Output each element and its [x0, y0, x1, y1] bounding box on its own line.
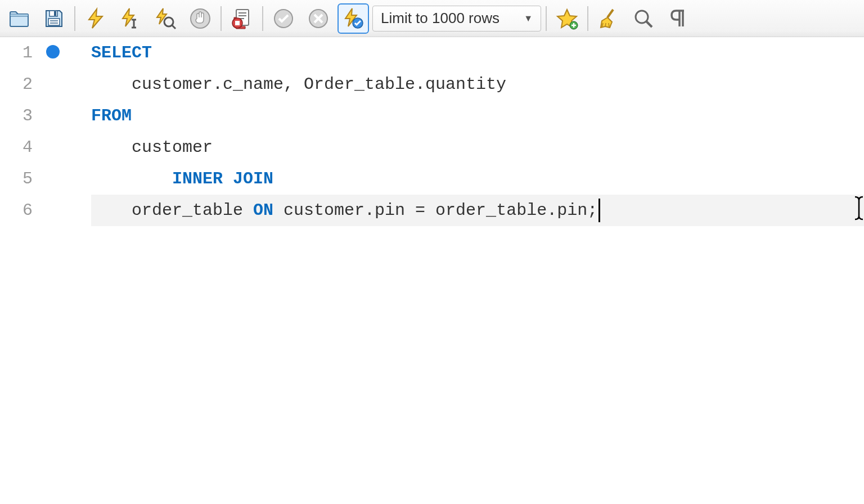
lightning-check-icon: [342, 7, 364, 30]
explain-button[interactable]: [150, 3, 181, 34]
folder-icon: [8, 7, 30, 30]
x-circle-icon: [307, 7, 330, 30]
beautify-button[interactable]: [593, 3, 624, 34]
toolbar-separator: [587, 6, 588, 31]
svg-point-9: [164, 17, 173, 26]
stop-script-button[interactable]: [226, 3, 258, 34]
open-file-button[interactable]: [3, 3, 35, 34]
chevron-down-icon: ▼: [524, 14, 533, 24]
code-area[interactable]: SELECT customer.c_name, Order_table.quan…: [91, 37, 864, 504]
svg-line-29: [608, 10, 613, 17]
svg-line-31: [605, 23, 606, 27]
statement-marker-icon: [46, 45, 60, 58]
code-line[interactable]: customer: [91, 132, 864, 163]
row-limit-select[interactable]: Limit to 1000 rows ▼: [372, 6, 541, 32]
pilcrow-icon: [667, 7, 690, 30]
svg-point-33: [636, 11, 648, 23]
line-number: 3: [0, 100, 33, 132]
keyword: FROM: [91, 106, 132, 125]
code-text: customer.pin = order_table.pin;: [273, 201, 597, 220]
code-line[interactable]: INNER JOIN: [91, 163, 864, 195]
svg-rect-0: [10, 14, 28, 16]
code-line[interactable]: customer.c_name, Order_table.quantity: [91, 69, 864, 100]
line-number: 5: [0, 163, 33, 195]
code-line[interactable]: SELECT: [91, 37, 864, 69]
svg-line-34: [646, 21, 652, 27]
lightning-cursor-icon: [119, 7, 142, 30]
commit-button[interactable]: [268, 3, 299, 34]
lightning-search-icon: [154, 7, 177, 30]
keyword: ON: [253, 201, 273, 220]
toolbar: Limit to 1000 rows ▼: [0, 0, 864, 37]
autocommit-toggle-button[interactable]: [338, 3, 369, 34]
code-text: customer.c_name, Order_table.quantity: [91, 75, 506, 94]
save-button[interactable]: [38, 3, 70, 34]
favorites-button[interactable]: [551, 3, 583, 34]
whitespace-toggle-button[interactable]: [663, 3, 694, 34]
svg-rect-18: [235, 21, 240, 25]
line-number: 1: [0, 37, 33, 69]
sql-editor[interactable]: 1 2 3 4 5 6 SELECT customer.c_name, Orde…: [0, 37, 864, 504]
line-number: 2: [0, 69, 33, 100]
code-line[interactable]: order_table ON customer.pin = order_tabl…: [91, 195, 864, 226]
script-stop-icon: [231, 7, 253, 30]
toolbar-separator: [74, 6, 75, 31]
line-number-gutter: 1 2 3 4 5 6: [0, 37, 40, 504]
svg-rect-3: [48, 19, 60, 25]
line-number: 6: [0, 195, 33, 226]
find-button[interactable]: [628, 3, 659, 34]
code-text: customer: [91, 138, 213, 157]
row-limit-label: Limit to 1000 rows: [381, 10, 500, 27]
search-icon: [632, 7, 655, 30]
rollback-button[interactable]: [303, 3, 334, 34]
svg-marker-7: [123, 8, 134, 26]
keyword: INNER JOIN: [91, 169, 273, 188]
mouse-ibeam-cursor-icon: [854, 196, 864, 228]
code-text: order_table: [91, 201, 253, 220]
toolbar-separator: [262, 6, 263, 31]
star-add-icon: [556, 7, 578, 30]
code-line[interactable]: FROM: [91, 100, 864, 132]
svg-line-32: [609, 23, 609, 27]
execute-button[interactable]: [80, 3, 111, 34]
broom-icon: [597, 7, 620, 30]
line-number: 4: [0, 132, 33, 163]
toolbar-separator: [220, 6, 222, 31]
keyword: SELECT: [91, 43, 152, 62]
stop-button[interactable]: [184, 3, 216, 34]
execute-current-button[interactable]: [115, 3, 146, 34]
svg-rect-2: [54, 11, 56, 16]
stop-hand-icon: [189, 7, 212, 30]
svg-line-10: [172, 25, 176, 29]
check-circle-icon: [272, 7, 295, 30]
toolbar-separator: [546, 6, 547, 31]
svg-marker-6: [89, 9, 102, 28]
marker-column: [40, 37, 91, 504]
floppy-disk-icon: [43, 7, 65, 30]
text-caret: [598, 199, 600, 222]
lightning-icon: [84, 7, 107, 30]
